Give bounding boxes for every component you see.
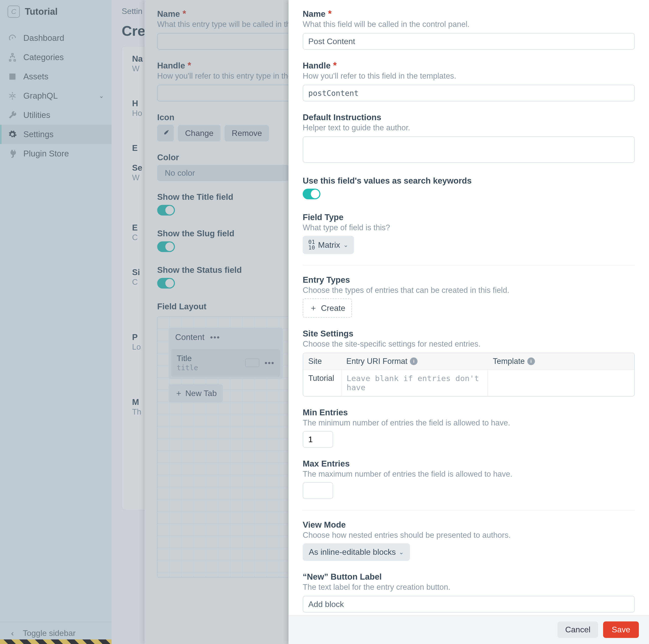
handle-label: Handle — [303, 61, 331, 71]
search-keywords-label: Use this field's values as search keywor… — [303, 176, 635, 185]
field-slideout: Name* What this field will be called in … — [289, 0, 649, 644]
instructions-desc: Helper text to guide the author. — [303, 123, 635, 132]
handle-desc: How you'll refer to this field in the te… — [303, 72, 635, 81]
template-input[interactable] — [488, 370, 634, 396]
required-icon: * — [328, 9, 332, 18]
max-entries-input[interactable] — [303, 482, 333, 499]
divider — [303, 265, 635, 265]
chevron-down-icon: ⌄ — [399, 549, 404, 556]
col-template: Template — [493, 357, 525, 366]
field-handle-input[interactable] — [303, 85, 635, 101]
new-button-label-desc: The text label for the entry creation bu… — [303, 583, 635, 592]
max-entries-desc: The maximum number of entries the field … — [303, 470, 635, 479]
min-entries-input[interactable] — [303, 431, 333, 448]
entry-types-desc: Choose the types of entries that can be … — [303, 286, 635, 295]
save-button[interactable]: Save — [603, 621, 639, 638]
instructions-label: Default Instructions — [303, 113, 635, 122]
name-desc: What this field will be called in the co… — [303, 20, 635, 29]
search-keywords-toggle[interactable] — [303, 189, 320, 199]
col-site: Site — [303, 353, 341, 370]
view-mode-desc: Choose how nested entries should be pres… — [303, 531, 635, 540]
slideout-footer: Cancel Save — [289, 615, 649, 644]
create-label: Create — [321, 303, 345, 313]
field-type-select[interactable]: 0110 Matrix ⌄ — [303, 236, 354, 254]
min-entries-desc: The minimum number of entries the field … — [303, 418, 635, 427]
view-mode-select[interactable]: As inline-editable blocks ⌄ — [303, 543, 410, 561]
field-type-desc: What type of field is this? — [303, 223, 635, 232]
create-entry-type-button[interactable]: ＋ Create — [303, 298, 352, 318]
uri-format-input[interactable]: Leave blank if entries don't have — [341, 370, 488, 396]
site-settings-label: Site Settings — [303, 329, 635, 339]
instructions-input[interactable] — [303, 136, 635, 163]
cancel-button[interactable]: Cancel — [558, 621, 598, 638]
name-label: Name — [303, 9, 326, 19]
view-mode-value: As inline-editable blocks — [309, 547, 396, 557]
matrix-icon: 0110 — [308, 239, 315, 251]
new-button-label-input[interactable] — [303, 596, 635, 612]
info-icon[interactable]: i — [527, 357, 535, 365]
chevron-down-icon: ⌄ — [343, 241, 348, 249]
site-settings-table: Site Entry URI Formati Templatei Tutoria… — [303, 353, 635, 396]
plus-icon: ＋ — [309, 302, 317, 314]
required-icon: * — [333, 61, 337, 70]
new-button-label-label: “New” Button Label — [303, 572, 635, 582]
site-settings-desc: Choose the site-specific settings for ne… — [303, 340, 635, 349]
info-icon[interactable]: i — [410, 357, 418, 365]
col-uri: Entry URI Format — [346, 357, 407, 366]
field-type-label: Field Type — [303, 212, 635, 222]
max-entries-label: Max Entries — [303, 459, 635, 469]
min-entries-label: Min Entries — [303, 408, 635, 417]
view-mode-label: View Mode — [303, 520, 635, 530]
field-name-input[interactable] — [303, 33, 635, 50]
entry-types-label: Entry Types — [303, 275, 635, 285]
field-type-value: Matrix — [318, 240, 340, 250]
row-site: Tutorial — [303, 370, 341, 396]
